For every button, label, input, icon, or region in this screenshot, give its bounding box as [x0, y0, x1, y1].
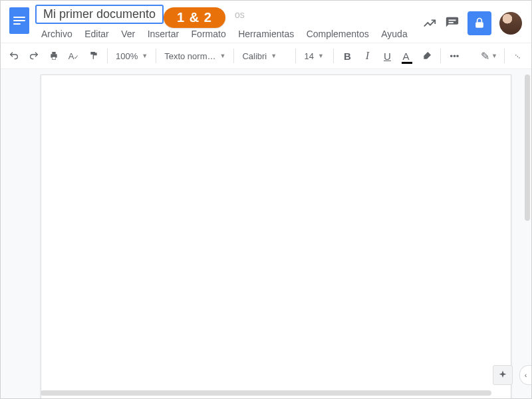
docs-logo[interactable] [6, 5, 33, 37]
toolbar: A✓ 100%▼ Texto norm…▼ Calibri▼ 14▼ B I U… [1, 43, 531, 69]
collapse-toolbar-button[interactable]: ᨞ [509, 47, 527, 65]
font-select[interactable]: Calibri▼ [238, 47, 291, 65]
menu-ver[interactable]: Ver [116, 27, 140, 41]
spellcheck-button[interactable]: A✓ [65, 47, 83, 65]
document-page[interactable] [41, 74, 511, 399]
toolbar-separator [107, 49, 108, 63]
annotation-pill: 1 & 2 [164, 7, 225, 28]
vertical-scrollbar[interactable] [525, 74, 530, 221]
menu-ayuda[interactable]: Ayuda [376, 27, 412, 41]
side-panel-toggle[interactable]: ‹ [519, 365, 531, 385]
bold-button[interactable]: B [338, 47, 356, 65]
activity-icon[interactable] [422, 16, 437, 31]
highlight-button[interactable] [418, 47, 436, 65]
horizontal-scrollbar[interactable] [41, 390, 491, 396]
paint-format-button[interactable] [84, 47, 103, 65]
document-workspace: ‹ [1, 69, 531, 399]
menu-bar: Archivo Editar Ver Insertar Formato Herr… [35, 27, 422, 41]
svg-rect-5 [52, 57, 55, 59]
menu-archivo[interactable]: Archivo [37, 27, 77, 41]
print-button[interactable] [45, 47, 63, 65]
text-color-button[interactable]: A [398, 47, 416, 65]
svg-rect-4 [52, 52, 55, 54]
redo-button[interactable] [25, 47, 43, 65]
italic-button[interactable]: I [358, 47, 376, 65]
toolbar-separator [156, 49, 156, 63]
svg-rect-1 [449, 22, 454, 23]
undo-button[interactable] [5, 47, 23, 65]
styles-select[interactable]: Texto norm…▼ [160, 47, 229, 65]
zoom-select[interactable]: 100%▼ [112, 47, 152, 65]
more-tools-button[interactable]: ••• [445, 47, 464, 65]
editing-mode-button[interactable]: ✎▼ [478, 47, 500, 65]
toolbar-separator [504, 49, 505, 63]
explore-button[interactable] [493, 365, 513, 385]
toolbar-separator [295, 49, 296, 63]
toolbar-separator [233, 49, 234, 63]
menu-formato[interactable]: Formato [187, 27, 231, 41]
comments-icon[interactable] [445, 16, 460, 31]
toolbar-separator [440, 49, 441, 63]
account-avatar[interactable] [499, 12, 522, 35]
svg-rect-0 [449, 20, 456, 21]
menu-complementos[interactable]: Complementos [302, 27, 374, 41]
menu-editar[interactable]: Editar [80, 27, 114, 41]
share-button[interactable] [467, 11, 491, 35]
hidden-title-overflow: os [235, 9, 245, 20]
underline-button[interactable]: U [378, 47, 396, 65]
menu-herramientas[interactable]: Herramientas [233, 27, 299, 41]
font-size-select[interactable]: 14▼ [300, 47, 329, 65]
toolbar-separator [333, 49, 334, 63]
svg-rect-2 [475, 22, 483, 27]
menu-insertar[interactable]: Insertar [143, 27, 184, 41]
document-title-input[interactable]: Mi primer documento [35, 5, 164, 24]
